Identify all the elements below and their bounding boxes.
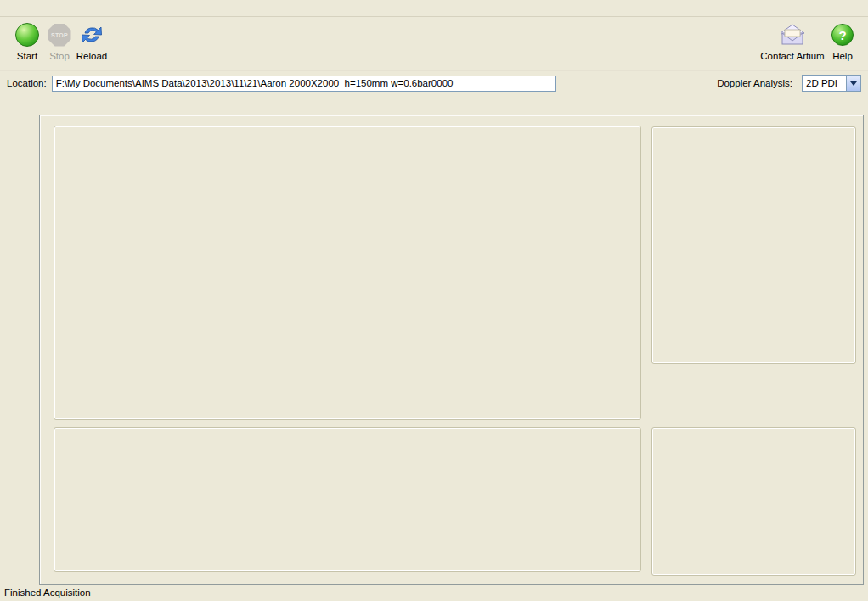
doppler-analysis-dropdown[interactable]: 2D PDI <box>802 75 861 92</box>
main-area <box>0 96 868 586</box>
velocity-statistics-panel <box>651 427 856 576</box>
location-row: Location: Doppler Analysis: 2D PDI <box>0 71 868 95</box>
tab-strip <box>39 96 864 115</box>
help-button[interactable]: ? Help <box>826 20 860 61</box>
chevron-down-icon <box>850 81 857 86</box>
reload-icon <box>80 23 104 47</box>
reload-label: Reload <box>70 51 114 61</box>
velocity-histogram-groupbox <box>54 427 641 572</box>
location-label: Location: <box>7 78 47 88</box>
status-text: Finished Acquisition <box>4 587 91 598</box>
contact-artium-button[interactable]: Contact Artium <box>757 20 828 61</box>
contact-artium-label: Contact Artium <box>757 51 828 61</box>
dropdown-button[interactable] <box>846 76 860 91</box>
status-bar: Finished Acquisition <box>0 586 868 601</box>
pvc-histogram-chart <box>54 126 640 419</box>
location-input[interactable] <box>52 76 556 92</box>
help-label: Help <box>826 51 860 61</box>
velocity-histogram-chart <box>54 428 640 571</box>
help-icon: ? <box>831 24 854 46</box>
pvc-histogram-groupbox <box>54 126 641 420</box>
start-icon <box>15 23 39 47</box>
pvc-statistics-panel <box>651 126 856 364</box>
content-area <box>39 96 864 585</box>
doppler-analysis-value: 2D PDI <box>803 78 846 88</box>
menu-bar <box>0 0 868 17</box>
toolbar: Start STOP Stop Reload Contact Artium ? … <box>0 17 868 71</box>
envelope-icon <box>777 23 808 47</box>
doppler-analysis-label: Doppler Analysis: <box>717 78 792 88</box>
stop-icon: STOP <box>48 24 71 47</box>
reload-button[interactable]: Reload <box>70 20 114 61</box>
tab-page-pdi-statistics-pvc <box>39 115 864 585</box>
